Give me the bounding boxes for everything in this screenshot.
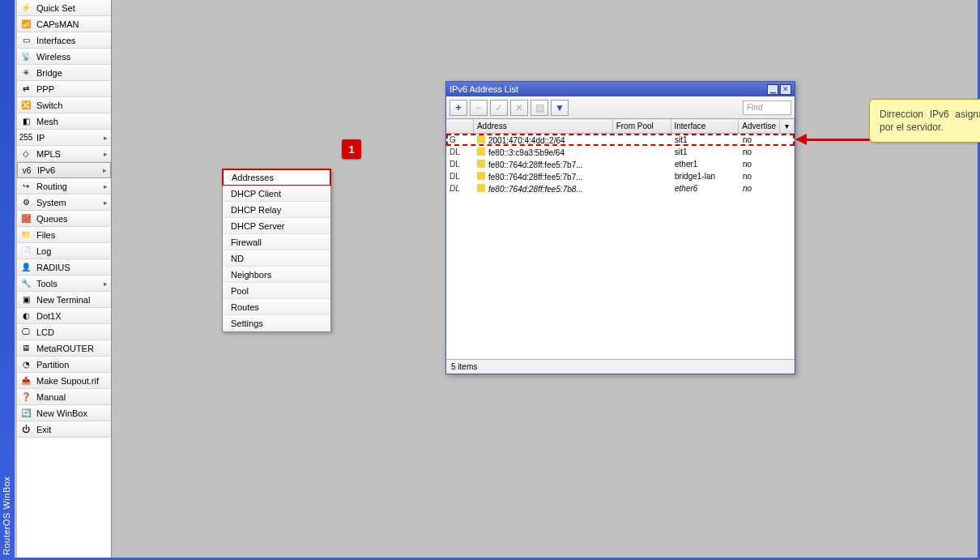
window-min-button[interactable]: ▁	[767, 84, 778, 95]
sidebar-item-mpls[interactable]: ◇MPLS▸	[17, 146, 111, 162]
menu-item-dhcp-server[interactable]: DHCP Server	[223, 218, 330, 234]
comment-button[interactable]: ▤	[530, 100, 548, 116]
sidebar-item-new-terminal[interactable]: ▣New Terminal	[17, 292, 111, 308]
menu-item-routes[interactable]: Routes	[223, 299, 330, 315]
dot1x-icon: ◐	[20, 310, 32, 322]
sidebar-item-files[interactable]: 📁Files	[17, 227, 111, 243]
sidebar-item-label: Log	[36, 246, 51, 256]
enable-button[interactable]: ✓	[490, 100, 508, 116]
cell-advertise: no	[739, 172, 795, 181]
window-toolbar: + − ✓ ✕ ▤ ▼ Find	[446, 96, 795, 119]
menu-item-dhcp-client[interactable]: DHCP Client	[223, 186, 330, 202]
sidebar-item-label: New WinBox	[36, 408, 87, 418]
window-close-button[interactable]: ✕	[780, 84, 791, 95]
col-flag[interactable]	[446, 119, 474, 133]
metarouter-icon: 🖥	[20, 343, 32, 354]
annotation-badge-1: 1	[342, 139, 361, 159]
sidebar-item-label: Interfaces	[36, 36, 75, 45]
sidebar-item-label: Queues	[36, 214, 68, 224]
sidebar-item-new-winbox[interactable]: 🔄New WinBox	[17, 405, 111, 421]
address-icon	[477, 135, 485, 143]
sidebar: ⚡Quick Set📶CAPsMAN▭Interfaces📡Wireless✳B…	[17, 0, 112, 558]
disable-button[interactable]: ✕	[510, 100, 528, 116]
sidebar-item-mesh[interactable]: ◧Mesh	[17, 113, 111, 130]
sidebar-item-ip[interactable]: 255IP▸	[17, 130, 111, 146]
sidebar-item-routing[interactable]: ↪Routing▸	[17, 178, 111, 195]
col-frompool[interactable]: From Pool	[613, 119, 671, 133]
find-input[interactable]: Find	[743, 100, 791, 115]
sidebar-item-label: Quick Set	[36, 3, 75, 13]
exit-icon: ⏻	[20, 424, 32, 435]
annotation-arrow	[795, 137, 870, 142]
submenu-arrow-icon: ▸	[104, 150, 108, 158]
manual-icon: ❓	[20, 391, 32, 403]
sidebar-item-make-supout-rif[interactable]: 📤Make Supout.rif	[17, 373, 111, 389]
menu-item-nd[interactable]: ND	[223, 250, 330, 267]
interfaces-icon: ▭	[20, 35, 32, 46]
cell-interface: sit1	[671, 147, 739, 156]
col-menu-button[interactable]: ▾	[780, 119, 795, 133]
cell-interface: ether6	[671, 184, 739, 193]
sidebar-item-system[interactable]: ⚙System▸	[17, 195, 111, 211]
app-title-bar: RouterOS WinBox	[0, 0, 15, 560]
sidebar-item-label: LCD	[36, 327, 54, 337]
log-icon: 📄	[20, 246, 32, 257]
sidebar-item-label: Manual	[36, 392, 66, 402]
sidebar-item-capsman[interactable]: 📶CAPsMAN	[17, 16, 111, 32]
sidebar-item-ipv6[interactable]: v6IPv6▸	[17, 162, 111, 178]
sidebar-item-dot1x[interactable]: ◐Dot1X	[17, 308, 111, 324]
sidebar-item-label: PPP	[36, 84, 54, 94]
menu-item-settings[interactable]: Settings	[223, 315, 330, 331]
menu-item-neighbors[interactable]: Neighbors	[223, 267, 330, 283]
col-address[interactable]: Address	[474, 119, 613, 133]
sidebar-item-label: Bridge	[36, 68, 62, 78]
cell-address: fe80::764d:28ff:fee5:7b8...	[474, 184, 613, 194]
window-titlebar[interactable]: IPv6 Address List ▁ ✕	[446, 82, 795, 96]
menu-item-firewall[interactable]: Firewall	[223, 234, 330, 250]
sidebar-item-wireless[interactable]: 📡Wireless	[17, 49, 111, 65]
table-row[interactable]: DLfe80::764d:28ff:fee5:7b8...ether6no	[446, 182, 795, 195]
submenu-arrow-icon: ▸	[104, 134, 108, 142]
capsman-icon: 📶	[20, 19, 32, 30]
sidebar-item-interfaces[interactable]: ▭Interfaces	[17, 32, 111, 49]
bridge-icon: ✳	[20, 67, 32, 79]
sidebar-item-label: MPLS	[36, 149, 61, 159]
sidebar-item-manual[interactable]: ❓Manual	[17, 389, 111, 405]
sidebar-item-lcd[interactable]: 🖵LCD	[17, 324, 111, 340]
sidebar-item-tools[interactable]: 🔧Tools▸	[17, 276, 111, 292]
queues-icon: 🧱	[20, 213, 32, 224]
sidebar-item-metarouter[interactable]: 🖥MetaROUTER	[17, 340, 111, 357]
cell-flag: DL	[446, 147, 474, 156]
table-row[interactable]: DLfe80::764d:28ff:fee5:7b7...ether1no	[446, 158, 795, 170]
table-row[interactable]: DLfe80::764d:28ff:fee5:7b7...bridge1-lan…	[446, 170, 795, 182]
col-interface[interactable]: Interface	[671, 119, 739, 133]
sidebar-item-label: Switch	[36, 100, 62, 110]
filter-button[interactable]: ▼	[551, 100, 569, 116]
sidebar-item-label: RADIUS	[36, 263, 70, 272]
sidebar-item-label: IPv6	[37, 165, 55, 175]
sidebar-item-switch[interactable]: 🔀Switch	[17, 97, 111, 113]
switch-icon: 🔀	[20, 100, 32, 111]
cell-advertise: no	[739, 147, 795, 156]
sidebar-item-exit[interactable]: ⏻Exit	[17, 421, 111, 438]
sidebar-item-partition[interactable]: ◔Partition	[17, 357, 111, 373]
table-row[interactable]: DLfe80::3:c9a3:5b9e/64sit1no	[446, 146, 795, 158]
sidebar-item-label: Exit	[36, 425, 51, 434]
menu-item-addresses[interactable]: Addresses	[222, 169, 331, 186]
sidebar-item-log[interactable]: 📄Log	[17, 243, 111, 259]
menu-item-pool[interactable]: Pool	[223, 283, 330, 299]
sidebar-item-ppp[interactable]: ⇄PPP	[17, 81, 111, 97]
sidebar-item-queues[interactable]: 🧱Queues	[17, 211, 111, 227]
menu-item-dhcp-relay[interactable]: DHCP Relay	[223, 202, 330, 218]
cell-flag: DL	[446, 184, 474, 193]
sidebar-item-radius[interactable]: 👤RADIUS	[17, 259, 111, 276]
remove-button[interactable]: −	[470, 100, 488, 116]
ip-icon: 255	[20, 132, 32, 143]
sidebar-item-bridge[interactable]: ✳Bridge	[17, 65, 111, 81]
table-row[interactable]: G2001:470:4:4dd::2/64sit1no	[446, 134, 795, 146]
col-advertise[interactable]: Advertise	[739, 119, 780, 133]
add-button[interactable]: +	[450, 100, 467, 116]
sidebar-item-quick-set[interactable]: ⚡Quick Set	[17, 0, 111, 16]
submenu-arrow-icon: ▸	[103, 166, 107, 174]
grid-rows: G2001:470:4:4dd::2/64sit1noDLfe80::3:c9a…	[446, 134, 795, 359]
